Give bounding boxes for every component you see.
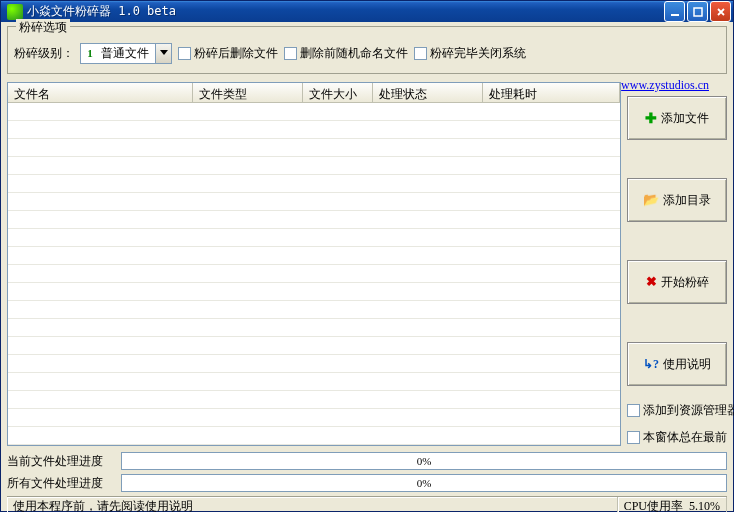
titlebar: 小焱文件粉碎器 1.0 beta xyxy=(1,1,733,22)
col-filetype[interactable]: 文件类型 xyxy=(193,83,303,102)
website-link[interactable]: www.zystudios.cn xyxy=(621,78,709,93)
app-icon xyxy=(7,4,23,20)
all-progress-label: 所有文件处理进度 xyxy=(7,475,117,492)
client-area: 粉碎选项 粉碎级别： 1 普通文件 粉碎后删除文件 删除前随机命名文件 粉碎完毕… xyxy=(1,22,733,512)
start-shred-button[interactable]: ✖ 开始粉碎 xyxy=(627,260,727,304)
help-icon: ↳? xyxy=(643,357,659,372)
app-window: 小焱文件粉碎器 1.0 beta 粉碎选项 粉碎级别： 1 普通文件 xyxy=(0,0,734,512)
main-area: 文件名 文件类型 文件大小 处理状态 处理耗时 ✚ 添加文件 📂 添加目录 xyxy=(7,82,727,446)
checkbox-label: 粉碎完毕关闭系统 xyxy=(430,45,526,62)
titlebar-buttons xyxy=(664,1,731,22)
progress-text: 0% xyxy=(417,477,432,489)
close-icon xyxy=(716,7,726,17)
current-progress-label: 当前文件处理进度 xyxy=(7,453,117,470)
cpu-usage: CPU使用率 5.10% xyxy=(618,497,727,512)
plus-icon: ✚ xyxy=(645,110,657,127)
button-label: 使用说明 xyxy=(663,356,711,373)
folder-open-icon: 📂 xyxy=(643,192,659,208)
checkbox-box-icon xyxy=(178,47,191,60)
list-header: 文件名 文件类型 文件大小 处理状态 处理耗时 xyxy=(8,83,620,103)
file-list[interactable]: 文件名 文件类型 文件大小 处理状态 处理耗时 xyxy=(7,82,621,446)
button-label: 添加文件 xyxy=(661,110,709,127)
shred-level-combo[interactable]: 1 普通文件 xyxy=(80,43,172,64)
button-label: 开始粉碎 xyxy=(661,274,709,291)
col-filesize[interactable]: 文件大小 xyxy=(303,83,373,102)
side-options: 添加到资源管理器 本窗体总在最前 xyxy=(627,402,727,446)
cpu-label: CPU使用率 xyxy=(624,498,683,512)
groupbox-legend: 粉碎选项 xyxy=(16,19,70,36)
rename-before-checkbox[interactable]: 删除前随机命名文件 xyxy=(284,45,408,62)
sidebar: ✚ 添加文件 📂 添加目录 ✖ 开始粉碎 ↳? 使用说明 xyxy=(627,82,727,446)
button-label: 添加目录 xyxy=(663,192,711,209)
maximize-button[interactable] xyxy=(687,1,708,22)
status-hint: 使用本程序前，请先阅读使用说明 xyxy=(7,497,618,512)
checkbox-box-icon xyxy=(414,47,427,60)
checkbox-box-icon xyxy=(627,431,640,444)
help-button[interactable]: ↳? 使用说明 xyxy=(627,342,727,386)
chevron-down-icon xyxy=(155,44,171,63)
minimize-button[interactable] xyxy=(664,1,685,22)
status-bar: 使用本程序前，请先阅读使用说明 CPU使用率 5.10% xyxy=(7,496,727,512)
shutdown-after-checkbox[interactable]: 粉碎完毕关闭系统 xyxy=(414,45,526,62)
checkbox-label: 粉碎后删除文件 xyxy=(194,45,278,62)
svg-rect-0 xyxy=(671,14,679,16)
delete-after-checkbox[interactable]: 粉碎后删除文件 xyxy=(178,45,278,62)
svg-rect-1 xyxy=(694,8,702,16)
add-file-button[interactable]: ✚ 添加文件 xyxy=(627,96,727,140)
checkbox-box-icon xyxy=(284,47,297,60)
checkbox-label: 删除前随机命名文件 xyxy=(300,45,408,62)
all-progress-bar: 0% xyxy=(121,474,727,492)
shred-level-label: 粉碎级别： xyxy=(14,45,74,62)
add-folder-button[interactable]: 📂 添加目录 xyxy=(627,178,727,222)
checkbox-label: 本窗体总在最前 xyxy=(643,429,727,446)
x-icon: ✖ xyxy=(646,274,657,290)
maximize-icon xyxy=(693,7,703,17)
progress-area: 当前文件处理进度 0% 所有文件处理进度 0% xyxy=(7,452,727,492)
always-on-top-checkbox[interactable]: 本窗体总在最前 xyxy=(627,429,727,446)
current-progress-bar: 0% xyxy=(121,452,727,470)
col-elapsed[interactable]: 处理耗时 xyxy=(483,83,620,102)
options-groupbox: 粉碎选项 粉碎级别： 1 普通文件 粉碎后删除文件 删除前随机命名文件 粉碎完毕… xyxy=(7,26,727,74)
cpu-value: 5.10% xyxy=(689,499,720,512)
window-title: 小焱文件粉碎器 1.0 beta xyxy=(27,3,664,20)
add-to-explorer-checkbox[interactable]: 添加到资源管理器 xyxy=(627,402,727,419)
minimize-icon xyxy=(670,7,680,17)
list-body xyxy=(8,103,620,445)
close-button[interactable] xyxy=(710,1,731,22)
col-filename[interactable]: 文件名 xyxy=(8,83,193,102)
checkbox-label: 添加到资源管理器 xyxy=(643,402,734,419)
col-status[interactable]: 处理状态 xyxy=(373,83,483,102)
checkbox-box-icon xyxy=(627,404,640,417)
document-icon: 1 xyxy=(83,46,97,60)
combo-value: 普通文件 xyxy=(99,45,155,62)
progress-text: 0% xyxy=(417,455,432,467)
